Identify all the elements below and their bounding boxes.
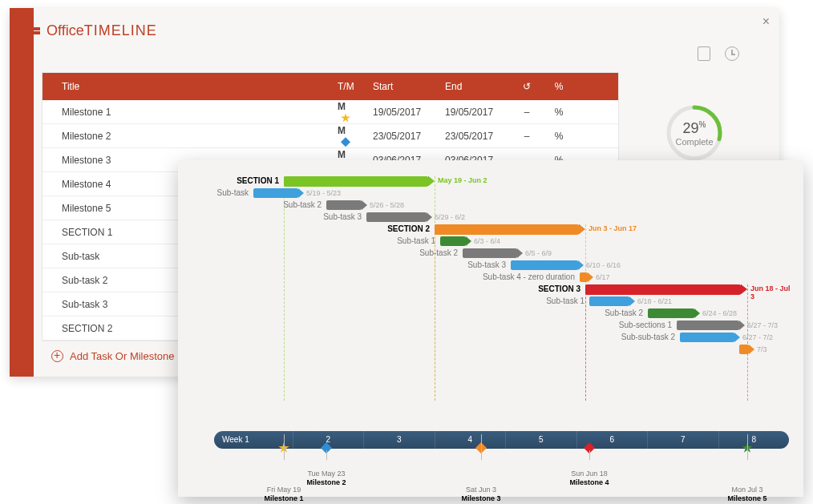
milestone-label: Sat Jun 3Milestone 3 xyxy=(461,486,500,503)
row-pct: % xyxy=(543,107,575,118)
task-bar[interactable] xyxy=(463,248,517,258)
axis-week: 3 xyxy=(363,431,435,449)
col-percent: % xyxy=(543,81,575,92)
milestone-label: Fri May 19Milestone 1 xyxy=(264,486,303,503)
star-icon xyxy=(341,113,350,123)
col-end: End xyxy=(439,81,511,92)
table-row[interactable]: Milestone 1M 19/05/201719/05/2017–% xyxy=(42,100,618,124)
plus-icon xyxy=(51,350,63,362)
task-bar[interactable] xyxy=(580,272,588,282)
task-label: Sub-task 1 xyxy=(188,296,584,305)
task-label: Sub-task 3 xyxy=(188,212,362,221)
task-bar[interactable] xyxy=(511,260,578,270)
task-dates: 6/10 - 6/16 xyxy=(586,261,621,269)
task-bar[interactable] xyxy=(253,188,298,198)
section-bar[interactable] xyxy=(585,284,741,295)
progress-label: Complete xyxy=(675,137,713,147)
section-label: SECTION 3 xyxy=(188,284,580,293)
progress-percent: 29 xyxy=(683,120,699,136)
section-bar[interactable] xyxy=(284,176,428,187)
row-title: Milestone 2 xyxy=(42,131,331,142)
row-end: 23/05/2017 xyxy=(439,131,511,142)
task-bar[interactable] xyxy=(648,308,694,318)
milestone-date: Sat Jun 3 xyxy=(461,486,500,494)
task-label: Sub-sub-task 2 xyxy=(188,333,675,341)
task-dates: 6/18 - 6/21 xyxy=(637,297,672,305)
milestone-date: Tue May 23 xyxy=(306,470,346,478)
timeline-axis: Week 12345678 xyxy=(214,431,789,449)
axis-week: 4 xyxy=(435,431,506,449)
task-label: Sub-task 4 - zero duration xyxy=(188,272,575,281)
clock-icon[interactable] xyxy=(725,46,739,61)
milestone-name: Milestone 3 xyxy=(461,494,500,503)
milestone-label: Sun Jun 18Milestone 4 xyxy=(569,470,609,487)
task-bar[interactable] xyxy=(680,333,734,342)
task-dates: 6/27 - 7/2 xyxy=(742,333,773,341)
milestone-date: Mon Jul 3 xyxy=(727,486,766,494)
section-label: SECTION 2 xyxy=(188,224,430,233)
task-dates: 6/27 - 7/3 xyxy=(747,321,778,329)
row-dur: – xyxy=(511,107,543,118)
task-bar[interactable] xyxy=(677,321,739,330)
task-dates: 5/29 - 6/2 xyxy=(435,213,465,221)
col-tm: T/M xyxy=(331,81,366,92)
app-brand: OfficeTIMELINE xyxy=(22,22,157,39)
milestone-date: Fri May 19 xyxy=(264,486,303,494)
gantt-preview-window: SECTION 1May 19 - Jun 2Sub-task5/19 - 5/… xyxy=(178,160,803,497)
col-start: Start xyxy=(366,81,439,92)
row-tm: M xyxy=(331,125,366,147)
task-dates: 5/26 - 5/28 xyxy=(370,201,404,209)
task-label: Sub-task 2 xyxy=(188,248,458,257)
row-pct: % xyxy=(543,131,575,142)
section-bar[interactable] xyxy=(435,224,579,235)
task-bar[interactable] xyxy=(739,345,749,354)
milestone-date: Sun Jun 18 xyxy=(569,470,609,478)
table-row[interactable]: Milestone 2M 23/05/201723/05/2017–% xyxy=(42,124,618,148)
close-icon[interactable]: × xyxy=(762,14,770,29)
task-label: Sub-task 1 xyxy=(188,236,435,245)
diamond-icon xyxy=(341,137,350,147)
milestone-label: Mon Jul 3Milestone 5 xyxy=(727,486,766,503)
row-start: 23/05/2017 xyxy=(366,131,439,142)
top-toolbar xyxy=(698,46,739,61)
row-tm: M xyxy=(331,101,366,123)
add-task-label: Add Task Or Milestone xyxy=(70,350,175,362)
task-label: Sub-sections 1 xyxy=(188,321,672,329)
col-duration: ↺ xyxy=(511,81,543,92)
axis-week: 7 xyxy=(647,431,718,449)
task-label: Sub-task 2 xyxy=(188,308,643,317)
task-bar[interactable] xyxy=(589,296,629,306)
section-range: Jun 18 - Jul 3 xyxy=(750,284,794,300)
col-title: Title xyxy=(42,81,331,92)
add-task-button[interactable]: Add Task Or Milestone xyxy=(51,350,175,362)
task-dates: 6/17 xyxy=(596,273,610,281)
task-dates: 6/5 - 6/9 xyxy=(525,249,552,257)
row-start: 19/05/2017 xyxy=(366,107,439,118)
row-end: 19/05/2017 xyxy=(439,107,511,118)
section-range: Jun 3 - Jun 17 xyxy=(589,224,637,232)
task-dates: 5/19 - 5/23 xyxy=(306,189,341,197)
task-dates: 7/3 xyxy=(757,345,767,353)
task-label: Sub-task 3 xyxy=(188,260,506,269)
milestone-name: Milestone 1 xyxy=(264,494,303,503)
clipboard-icon[interactable] xyxy=(698,46,710,61)
brand-text-2: TIMELINE xyxy=(84,22,157,38)
section-range: May 19 - Jun 2 xyxy=(438,176,487,184)
milestone-name: Milestone 2 xyxy=(306,478,346,487)
row-title: Milestone 1 xyxy=(42,107,331,118)
task-bar[interactable] xyxy=(440,236,466,246)
task-dates: 6/3 - 6/4 xyxy=(474,237,500,245)
task-bar[interactable] xyxy=(366,212,427,222)
milestone-label: Tue May 23Milestone 2 xyxy=(306,470,346,487)
progress-ring: 29% Complete xyxy=(665,104,723,162)
brand-text-1: Office xyxy=(47,22,84,38)
axis-week: 8 xyxy=(718,431,790,449)
row-dur: – xyxy=(511,131,543,142)
task-label: Sub-task xyxy=(188,188,249,197)
sidebar xyxy=(10,8,34,377)
section-label: SECTION 1 xyxy=(188,176,279,185)
table-header: Title T/M Start End ↺ % xyxy=(42,73,618,100)
task-bar[interactable] xyxy=(326,200,362,210)
gantt-chart: SECTION 1May 19 - Jun 2Sub-task5/19 - 5/… xyxy=(188,176,794,465)
axis-week: 5 xyxy=(505,431,576,449)
